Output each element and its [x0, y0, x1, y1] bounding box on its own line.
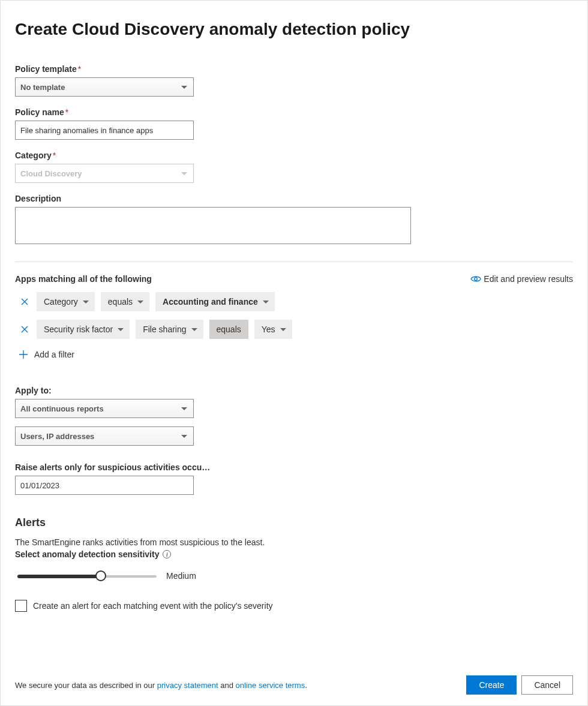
policy-template-select[interactable]: No template: [15, 77, 194, 97]
remove-filter-button[interactable]: [19, 323, 31, 335]
chevron-down-icon: [181, 172, 187, 175]
sensitivity-slider[interactable]: [17, 570, 157, 582]
online-service-terms-link[interactable]: online service terms: [236, 681, 305, 690]
filter-row: Category equals Accounting and finance: [19, 292, 573, 311]
chevron-down-icon: [83, 301, 89, 304]
sensitivity-label: Select anomaly detection sensitivity: [15, 549, 159, 559]
filter-subfield-select[interactable]: File sharing: [136, 320, 203, 339]
description-textarea[interactable]: [15, 207, 411, 244]
cancel-button[interactable]: Cancel: [521, 675, 573, 695]
filter-field-select[interactable]: Security risk factor: [37, 320, 130, 339]
edit-preview-label: Edit and preview results: [484, 274, 573, 284]
sensitivity-value: Medium: [166, 571, 196, 581]
add-filter-label: Add a filter: [34, 350, 74, 359]
info-icon[interactable]: i: [163, 550, 171, 558]
apply-reports-select[interactable]: All continuous reports: [15, 399, 194, 418]
filters-title: Apps matching all of the following: [15, 274, 152, 284]
apply-to-label: Apply to:: [15, 386, 573, 395]
footer-text: We secure your data as described in our …: [15, 681, 307, 690]
filter-op-select[interactable]: equals: [209, 320, 248, 339]
date-field[interactable]: [20, 481, 176, 490]
svg-point-0: [475, 278, 478, 281]
divider: [15, 262, 573, 262]
alerts-heading: Alerts: [15, 516, 573, 529]
raise-alerts-label: Raise alerts only for suspicious activit…: [15, 462, 573, 472]
chevron-down-icon: [137, 301, 143, 304]
filter-value-select[interactable]: Yes: [254, 320, 292, 339]
add-filter-button[interactable]: Add a filter: [19, 350, 573, 359]
filter-value-select[interactable]: Accounting and finance: [155, 292, 275, 311]
privacy-statement-link[interactable]: privacy statement: [157, 681, 218, 690]
policy-name-field[interactable]: [20, 126, 176, 135]
filter-op-select[interactable]: equals: [101, 292, 149, 311]
create-button[interactable]: Create: [466, 675, 517, 695]
remove-filter-button[interactable]: [19, 296, 31, 308]
chevron-down-icon: [181, 435, 187, 438]
create-alert-checkbox[interactable]: [15, 600, 27, 612]
policy-name-input[interactable]: [15, 121, 194, 140]
filter-field-select[interactable]: Category: [37, 292, 95, 311]
slider-fill: [17, 575, 101, 578]
filter-row: Security risk factor File sharing equals…: [19, 320, 573, 339]
raise-alerts-date-input[interactable]: [15, 476, 194, 495]
plus-icon: [19, 350, 28, 359]
chevron-down-icon: [181, 407, 187, 410]
category-select: Cloud Discovery: [15, 164, 194, 183]
eye-icon: [470, 275, 480, 283]
chevron-down-icon: [280, 328, 286, 331]
edit-preview-results-link[interactable]: Edit and preview results: [470, 274, 573, 284]
policy-name-label: Policy name*: [15, 107, 573, 117]
page-title: Create Cloud Discovery anomaly detection…: [15, 20, 573, 39]
chevron-down-icon: [263, 301, 269, 304]
chevron-down-icon: [181, 86, 187, 89]
category-label: Category*: [15, 151, 573, 160]
apply-targets-select[interactable]: Users, IP addresses: [15, 426, 194, 446]
description-label: Description: [15, 194, 573, 203]
slider-thumb[interactable]: [95, 570, 106, 581]
policy-template-label: Policy template*: [15, 64, 573, 74]
alerts-description: The SmartEngine ranks activities from mo…: [15, 537, 573, 547]
chevron-down-icon: [191, 328, 197, 331]
chevron-down-icon: [118, 328, 124, 331]
create-alert-checkbox-label: Create an alert for each matching event …: [33, 601, 273, 611]
